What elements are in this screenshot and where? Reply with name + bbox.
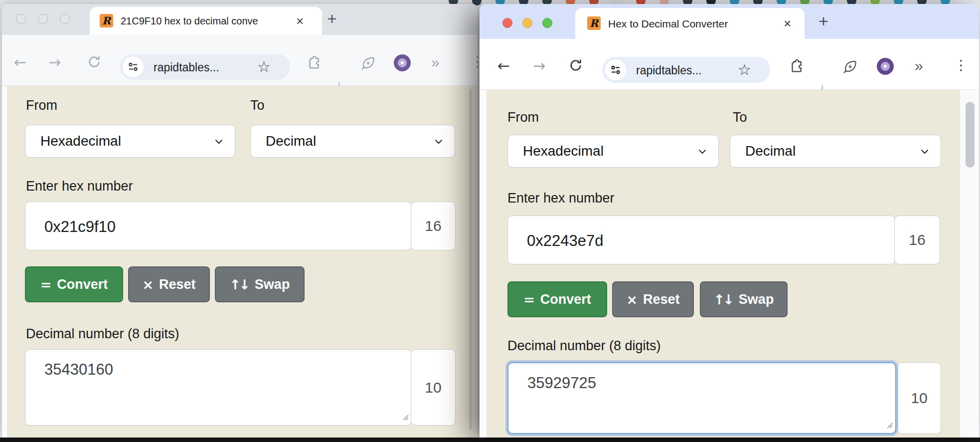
zoom-window-button[interactable] <box>542 18 552 28</box>
left-tab-title: 21C9F10 hex to decimal conve <box>121 15 286 27</box>
left-toolbar: ← → rapidtables... ☆ <box>2 35 478 86</box>
hex-input[interactable]: 0x21c9f10 <box>25 202 412 250</box>
chevron-down-icon <box>921 149 929 154</box>
to-label: To <box>250 98 265 113</box>
url-text: rapidtables... <box>154 61 219 74</box>
toolbar-overflow-icon[interactable]: » <box>431 55 440 70</box>
swap-arrows-icon: ↑↓ <box>230 277 248 292</box>
reset-button-label: Reset <box>643 292 680 307</box>
address-bar[interactable]: rapidtables... ☆ <box>602 57 770 83</box>
convert-button-label: Convert <box>57 277 108 292</box>
address-bar[interactable]: rapidtables... ☆ <box>120 54 290 80</box>
to-select-value: Decimal <box>266 125 316 157</box>
url-text: rapidtables... <box>636 64 702 77</box>
convert-button[interactable]: = Convert <box>25 266 123 302</box>
x-icon: × <box>142 277 154 292</box>
right-page-content: From To Hexadecimal Decimal Enter hex nu… <box>480 90 979 438</box>
extensions-puzzle-icon[interactable] <box>306 55 321 72</box>
from-select-value: Hexadecimal <box>523 135 604 167</box>
forward-icon[interactable]: → <box>48 55 61 70</box>
hex-input[interactable]: 0x2243e7d <box>507 216 895 264</box>
new-tab-button[interactable]: + <box>818 12 828 29</box>
right-browser-tab[interactable]: R Hex to Decimal Converter × <box>575 8 805 39</box>
output-base-value: 10 <box>425 379 441 396</box>
right-scrollbar[interactable] <box>960 90 979 438</box>
hex-input-value: 0x21c9f10 <box>44 218 116 236</box>
from-select-value: Hexadecimal <box>40 125 121 157</box>
reset-button[interactable]: × Reset <box>612 281 694 317</box>
reload-icon[interactable] <box>568 58 583 75</box>
decimal-output-textarea[interactable]: 35929725 <box>507 362 896 434</box>
input-base-box: 16 <box>894 216 940 264</box>
x-icon: × <box>626 292 638 307</box>
equals-icon: = <box>523 292 535 307</box>
convert-button[interactable]: = Convert <box>507 281 607 317</box>
site-settings-icon[interactable] <box>123 56 144 77</box>
chevron-down-icon <box>698 149 706 154</box>
left-browser-tab[interactable]: R 21C9F10 hex to decimal conve × <box>90 7 322 35</box>
decimal-output-value: 35430160 <box>44 361 113 379</box>
output-base-box: 10 <box>411 349 456 426</box>
minimize-window-button[interactable] <box>522 18 532 28</box>
to-select[interactable]: Decimal <box>250 125 455 158</box>
from-select[interactable]: Hexadecimal <box>25 125 235 158</box>
energy-leaf-icon[interactable] <box>360 55 376 73</box>
desktop-bottom-edge <box>0 438 980 442</box>
new-tab-button[interactable]: + <box>327 10 337 27</box>
convert-button-label: Convert <box>540 292 591 307</box>
reset-button[interactable]: × Reset <box>128 266 210 302</box>
textarea-resize-handle[interactable] <box>884 420 893 431</box>
browser-menu-icon[interactable]: ⋮ <box>954 58 968 72</box>
hex-input-label: Enter hex number <box>26 179 133 194</box>
close-tab-icon[interactable]: × <box>296 14 304 27</box>
left-traffic-lights <box>16 14 70 24</box>
close-window-button[interactable] <box>16 14 26 24</box>
equals-icon: = <box>40 277 52 292</box>
left-scrollbar[interactable] <box>470 89 472 430</box>
toolbar-overflow-icon[interactable]: » <box>915 58 923 73</box>
close-tab-icon[interactable]: × <box>784 17 791 30</box>
page-left-margin <box>2 86 7 438</box>
page-left-margin <box>480 90 487 438</box>
to-select-value: Decimal <box>745 135 796 167</box>
from-select[interactable]: Hexadecimal <box>507 135 719 168</box>
to-label: To <box>733 110 747 125</box>
swap-button[interactable]: ↑↓ Swap <box>700 281 788 317</box>
rapidtables-favicon-icon: R <box>587 16 601 30</box>
right-tab-title: Hex to Decimal Converter <box>608 18 758 30</box>
from-label: From <box>507 110 539 125</box>
swap-arrows-icon: ↑↓ <box>714 292 732 307</box>
to-select[interactable]: Decimal <box>730 135 941 168</box>
reload-icon[interactable] <box>87 54 102 71</box>
swap-button[interactable]: ↑↓ Swap <box>215 266 305 302</box>
left-page-content: From To Hexadecimal Decimal Enter hex nu… <box>2 86 478 438</box>
close-window-button[interactable] <box>502 18 512 28</box>
chevron-down-icon <box>435 139 443 144</box>
rapidtables-favicon-icon: R <box>100 14 113 27</box>
swap-button-label: Swap <box>739 292 774 307</box>
energy-leaf-icon[interactable] <box>842 58 858 76</box>
textarea-resize-handle[interactable] <box>400 412 409 423</box>
forward-icon[interactable]: → <box>533 58 545 73</box>
output-base-value: 10 <box>911 390 927 407</box>
bookmark-star-icon[interactable]: ☆ <box>738 62 751 77</box>
chevron-down-icon <box>215 139 223 144</box>
left-tab-strip: R 21C9F10 hex to decimal conve × + <box>2 4 478 35</box>
right-browser-window: R Hex to Decimal Converter × + ← → rapid… <box>480 4 979 438</box>
input-base-box: 16 <box>411 202 456 250</box>
extensions-puzzle-icon[interactable] <box>789 59 804 76</box>
back-icon[interactable]: ← <box>497 58 510 73</box>
hex-input-value: 0x2243e7d <box>527 232 603 250</box>
right-toolbar: ← → rapidtables... ☆ <box>480 39 979 90</box>
extension-avatar-icon[interactable] <box>394 54 411 71</box>
site-settings-icon[interactable] <box>605 59 626 80</box>
bookmark-star-icon[interactable]: ☆ <box>257 59 271 74</box>
decimal-output-label: Decimal number (8 digits) <box>26 326 179 342</box>
back-icon[interactable]: ← <box>14 55 26 70</box>
decimal-output-textarea[interactable]: 35430160 <box>25 349 412 426</box>
zoom-window-button[interactable] <box>60 14 70 24</box>
right-traffic-lights <box>502 18 552 28</box>
extension-avatar-icon[interactable] <box>877 58 894 75</box>
scrollbar-thumb[interactable] <box>966 102 975 168</box>
minimize-window-button[interactable] <box>38 14 48 24</box>
